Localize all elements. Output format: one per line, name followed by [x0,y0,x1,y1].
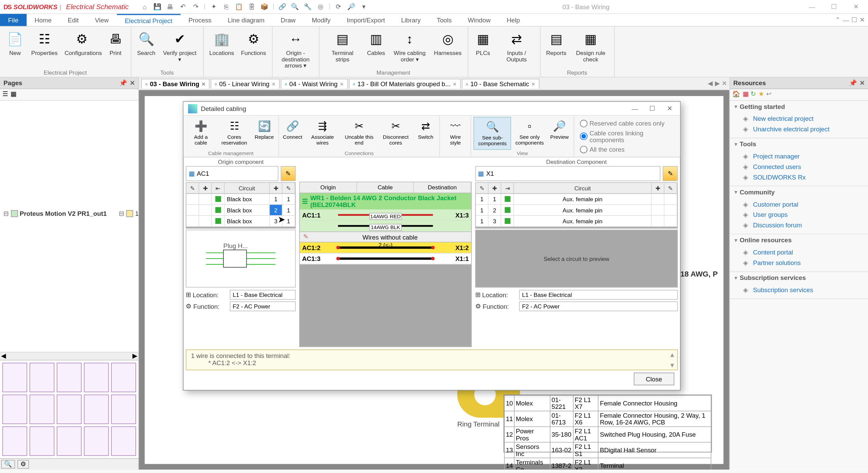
page-thumbnail[interactable] [84,363,109,392]
close-button[interactable]: Close [634,373,675,385]
dialog-minimize-button[interactable]: — [629,103,641,114]
expand-icon[interactable]: ⊞ [186,291,191,299]
dialog-close-button[interactable]: ✕ [664,103,676,114]
dialog-maximize-button[interactable]: ☐ [646,103,658,114]
core-filter-radio[interactable]: All the cores [580,146,675,153]
print-icon[interactable]: 🖶 [166,2,175,11]
close-button[interactable]: ✕ [847,1,865,13]
preview-button[interactable]: 🔎Preview [548,117,571,150]
panel-close-icon[interactable]: ✕ [130,79,135,87]
home-icon[interactable]: 🏠 [732,90,740,99]
edit-icon[interactable]: ✎ [186,183,199,193]
menu-help[interactable]: Help [499,14,528,26]
zoom-icon[interactable]: 🔍 [1,460,15,469]
origin-component-field[interactable]: ▦ AC1 [186,166,278,181]
menu-home[interactable]: Home [26,14,60,26]
tab-close-all-icon[interactable]: ✕ [722,80,727,87]
tab-close-icon[interactable]: × [532,80,535,87]
uncable-this-end-button[interactable]: ✂Uncable this end [341,117,377,150]
cores-reservation-button[interactable]: ☷Cores reservation [216,117,253,150]
origin-grid[interactable]: Black box 1 1 Black box 2 1 Black box 3 … [186,194,296,228]
page-thumbnail[interactable] [30,363,54,392]
pages-tree[interactable]: ⊟Proteus Motion V2 PR1_out1⊟1 - Document… [0,101,138,352]
replace-button[interactable]: 🔄Replace [253,117,276,150]
dest-circuit-row[interactable]: 13 Aux. female pin [476,216,677,227]
pencil-icon[interactable]: ✎ [301,233,310,241]
origin-function-field[interactable]: F2 - AC Power [230,301,296,311]
paste-icon[interactable]: 📋 [235,2,244,11]
resource-link[interactable]: ◈Project manager [741,151,868,162]
page-thumbnail[interactable] [57,427,81,456]
edit-icon[interactable]: ✎ [664,183,677,193]
resource-link[interactable]: ◈New electrical project [741,113,868,124]
page-thumbnail[interactable] [111,395,136,424]
finder-icon[interactable]: ◎ [316,2,325,11]
maximize-button[interactable]: ☐ [825,1,843,13]
menu-library[interactable]: Library [393,14,429,26]
see-sub-components-button[interactable]: 🔍See sub-components [474,117,511,150]
menu-process[interactable]: Process [180,14,220,26]
document-tab[interactable]: ▫03 - Base Wiring× [141,79,209,89]
document-tab[interactable]: ▫10 - Base Schematic× [462,79,539,89]
resource-section-header[interactable]: Subscription services [730,272,868,283]
dest-circuit-row[interactable]: 12 Aux. female pin [476,205,677,216]
origin---destination-arrows-button[interactable]: ↔Origin - destination arrows ▾ [275,28,316,75]
dest-grid[interactable]: 11 Aux. female pin 12 Aux. female pin 13… [475,194,678,228]
add-icon[interactable]: ✚ [488,183,501,193]
dest-function-field[interactable]: F2 - AC Power [519,301,678,311]
resource-section-header[interactable]: Getting started [730,101,868,112]
search-button[interactable]: 🔍Search [133,28,159,69]
page-thumbnail[interactable] [84,395,109,424]
functions-button[interactable]: ⚙Functions [238,28,270,75]
search-icon[interactable]: 🔍 [291,2,300,11]
page-thumbnail[interactable] [2,363,27,392]
resource-section-header[interactable]: Online resources [730,234,868,246]
link-icon[interactable]: 🔗 [278,2,287,11]
resource-link[interactable]: ◈Partner solutions [741,258,868,268]
wire-style-button[interactable]: 〰Wire style [442,117,468,155]
zoom-icon[interactable]: 🔎 [347,2,356,11]
dest-component-browse-button[interactable]: ✎ [663,166,678,181]
add-icon[interactable]: ✚ [270,183,283,193]
child-close-icon[interactable]: ✕ [860,16,865,24]
tab-close-icon[interactable]: × [340,80,344,87]
page-thumbnail[interactable] [2,427,27,456]
document-tab[interactable]: ▫05 - Linear Wiring× [210,79,279,89]
menu-edit[interactable]: Edit [60,14,87,26]
add-icon[interactable]: ✚ [199,183,212,193]
origin-circuit-row[interactable]: Black box 2 1 [186,205,295,216]
resource-link[interactable]: ◈User groups [741,209,868,220]
page-thumbnail[interactable] [57,395,81,424]
tab-close-icon[interactable]: × [272,80,276,87]
edit-icon[interactable]: ✎ [282,183,295,193]
origin-location-field[interactable]: L1 - Base Electrical [230,290,296,300]
star-icon[interactable]: ★ [758,90,764,99]
cable-wire-row[interactable]: 14AWG BLK [300,221,471,231]
out-icon[interactable]: ⇥ [501,183,514,193]
new-button[interactable]: 📄New [2,28,28,69]
menu-tools[interactable]: Tools [429,14,460,26]
properties-button[interactable]: ☷Properties [28,28,61,69]
page-thumbnail[interactable] [84,427,109,456]
reports-button[interactable]: ▤Reports [543,28,570,69]
design-rule-check-button[interactable]: ▦Design rule check [570,28,612,69]
archive-icon[interactable]: 🗄 [247,2,256,11]
edit-icon[interactable]: ✎ [476,183,489,193]
harnesses-button[interactable]: ◎Harnesses [430,28,465,69]
dest-circuit-row[interactable]: 11 Aux. female pin [476,194,677,205]
inputs---outputs-button[interactable]: ⇄Inputs / Outputs [496,28,537,75]
print-button[interactable]: 🖶Print [103,28,128,69]
verify-project-button[interactable]: ✔Verify project ▾ [159,28,201,69]
menu-view[interactable]: View [87,14,117,26]
tab-close-icon[interactable]: × [453,80,457,87]
page-thumbnail[interactable] [111,363,136,392]
page-thumbnail[interactable] [30,427,54,456]
terminal-strips-button[interactable]: ▤Terminal strips [322,28,364,69]
origin-circuit-row[interactable]: Black box 3 1 [186,216,295,227]
dest-location-field[interactable]: L1 - Base Electrical [519,290,678,300]
add-icon[interactable]: ✚ [652,183,665,193]
resource-link[interactable]: ◈Discussion forum [741,220,868,230]
loose-wire-row[interactable]: AC1:22 (<-)X1:2 [300,242,471,253]
copy-icon[interactable]: ⎘ [222,2,231,11]
cables-button[interactable]: ▥Cables [363,28,389,69]
